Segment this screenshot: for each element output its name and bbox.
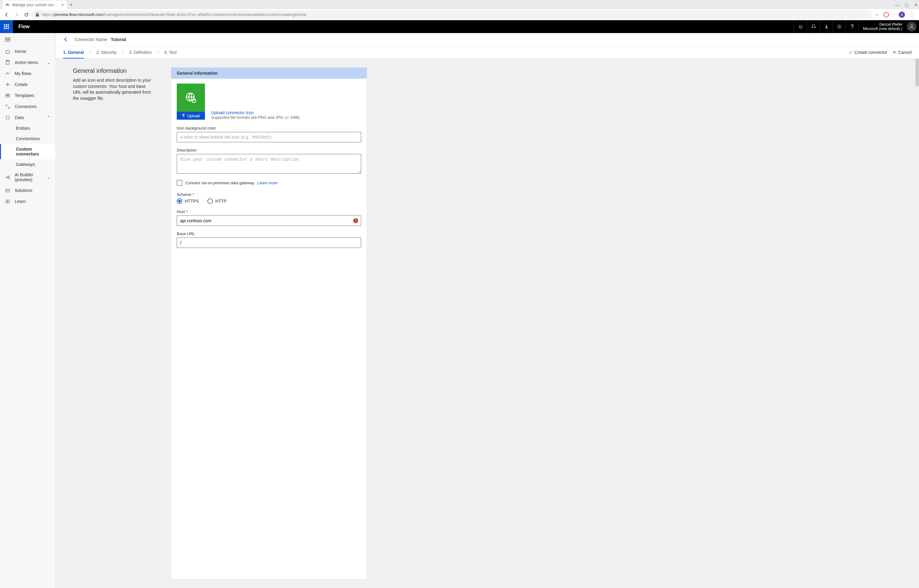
sidebar-item-entities[interactable]: Entities [0, 123, 55, 134]
lock-icon [36, 13, 39, 17]
description-input[interactable] [177, 154, 361, 174]
browser-reload-button[interactable] [22, 10, 31, 19]
upload-hint: Supported file formats are PNG and JPG. … [211, 115, 300, 120]
sidebar-item-custom-connectors[interactable]: Custom connectors [0, 144, 55, 159]
step-general[interactable]: 1. General [63, 50, 84, 58]
svg-point-17 [193, 100, 194, 101]
clipboard-icon [5, 60, 10, 65]
connector-name-label: Connector Name [75, 37, 107, 42]
sidebar-item-learn[interactable]: Learn [0, 196, 55, 207]
check-icon: ✓ [849, 50, 853, 55]
sidebar-item-create[interactable]: Create [0, 79, 55, 90]
base-url-label: Base URL [177, 231, 361, 236]
learn-more-link[interactable]: Learn more [257, 181, 277, 185]
sidebar-item-gateways[interactable]: Gateways [0, 159, 55, 170]
tenant-info[interactable]: Denzel Pfeifer Microsoft (new default) ( [858, 23, 906, 31]
sidebar-item-label: Home [15, 49, 26, 54]
scheme-https-radio[interactable]: HTTPS [177, 198, 199, 204]
upload-connector-icon-link[interactable]: Upload connector icon [211, 110, 254, 115]
waffle-apps-button[interactable] [0, 20, 13, 33]
bookmark-star-icon[interactable]: ☆ [875, 12, 879, 17]
create-connector-button[interactable]: ✓ Create connector [849, 50, 887, 55]
step-definition[interactable]: 3. Definition [129, 50, 152, 55]
sidebar-item-label: Custom connectors [16, 147, 50, 157]
svg-point-1 [838, 26, 840, 27]
sidebar-item-label: Data [15, 115, 24, 120]
gateway-checkbox[interactable] [177, 180, 182, 186]
extension-icon[interactable] [883, 12, 889, 18]
sidebar-item-label: Entities [16, 126, 30, 131]
radio-dot-icon [177, 198, 182, 204]
browser-menu-icon[interactable]: ⋮ [909, 11, 915, 18]
help-icon[interactable]: ? [846, 20, 858, 33]
plus-icon [5, 82, 10, 87]
connectors-icon [5, 104, 10, 109]
connector-name-value: Tutorial [111, 37, 126, 42]
sidebar-item-action-items[interactable]: Action items ⌄ [0, 57, 55, 68]
browser-profile-avatar[interactable]: d [899, 11, 905, 18]
chevron-up-icon: ⌃ [47, 115, 50, 120]
sidebar-item-label: AI Builder (preview) [15, 172, 42, 182]
settings-gear-icon[interactable] [833, 20, 846, 33]
sidebar-item-my-flows[interactable]: My flows [0, 68, 55, 79]
connector-icon-preview [177, 84, 205, 112]
host-input[interactable] [177, 215, 361, 226]
svg-rect-0 [36, 15, 39, 16]
address-bar[interactable]: https://preview.flow.microsoft.com/manag… [32, 10, 872, 19]
description-label: Description [177, 148, 361, 152]
sidebar-item-templates[interactable]: Templates [0, 90, 55, 101]
download-icon[interactable] [820, 20, 833, 33]
sidebar-item-home[interactable]: Home [0, 46, 55, 57]
sidebar-item-label: Solutions [15, 188, 32, 193]
cancel-button[interactable]: ✕ Cancel [893, 50, 912, 55]
sidebar-item-connectors[interactable]: Connectors [0, 101, 55, 112]
sidebar-item-connections[interactable]: Connections [0, 134, 55, 144]
step-test[interactable]: 4. Test [164, 50, 177, 55]
home-icon [5, 48, 10, 54]
svg-rect-7 [6, 96, 10, 97]
feedback-icon[interactable]: ☺ [794, 20, 807, 33]
tab-close-icon[interactable]: × [61, 2, 64, 7]
svg-point-12 [8, 176, 10, 177]
sidebar-item-label: My flows [15, 71, 31, 76]
gateway-label: Connect via on-premises data gateway [185, 181, 254, 185]
sidebar-item-solutions[interactable]: Solutions [0, 185, 55, 196]
browser-tab[interactable]: Manage your custom connectors × [2, 1, 67, 9]
upload-icon-button[interactable]: Upload [177, 112, 205, 120]
solutions-icon [5, 187, 10, 193]
sidebar-item-label: Create [15, 82, 28, 87]
sidebar-toggle[interactable] [0, 33, 55, 46]
base-url-input[interactable] [177, 237, 361, 248]
user-avatar[interactable] [907, 22, 917, 32]
scrollbar-thumb[interactable] [916, 59, 919, 86]
wizard-steps: 1. General › 2. Security › 3. Definition… [56, 46, 919, 59]
step-security[interactable]: 2. Security [96, 50, 117, 55]
bg-color-input[interactable] [177, 132, 361, 142]
app-header: Flow ☺ ? Denzel Pfeifer Microsoft (new d… [0, 20, 919, 33]
tab-title: Manage your custom connectors [12, 3, 59, 7]
window-minimize-icon[interactable]: — [895, 2, 899, 7]
sidebar-item-label: Gateways [16, 162, 35, 167]
browser-back-button[interactable] [2, 10, 11, 19]
svg-point-9 [8, 107, 10, 108]
radio-dot-icon [207, 198, 213, 204]
content-scrollbar[interactable] [915, 59, 919, 588]
notifications-icon[interactable] [807, 20, 820, 33]
browser-forward-button[interactable] [12, 10, 21, 19]
app-brand[interactable]: Flow [13, 24, 29, 29]
general-info-card: General information [171, 67, 367, 580]
sidebar-item-label: Connectors [15, 104, 37, 109]
back-arrow-button[interactable] [63, 37, 69, 42]
scheme-http-radio[interactable]: HTTP [207, 198, 227, 204]
sidebar-item-label: Learn [15, 199, 26, 204]
sidebar-item-ai-builder[interactable]: AI Builder (preview) ⌄ [0, 170, 55, 185]
sidebar-item-label: Connections [16, 136, 40, 141]
intro-description: Add an icon and short description to you… [73, 78, 152, 101]
chevron-right-icon: › [122, 50, 124, 55]
window-maximize-icon[interactable]: ▢ [904, 2, 909, 7]
chevron-right-icon: › [157, 50, 159, 55]
window-close-icon[interactable]: ✕ [914, 2, 918, 7]
sidebar-item-data[interactable]: Data ⌃ [0, 112, 55, 123]
new-tab-button[interactable]: + [67, 1, 75, 9]
scheme-label: Scheme * [177, 192, 361, 197]
